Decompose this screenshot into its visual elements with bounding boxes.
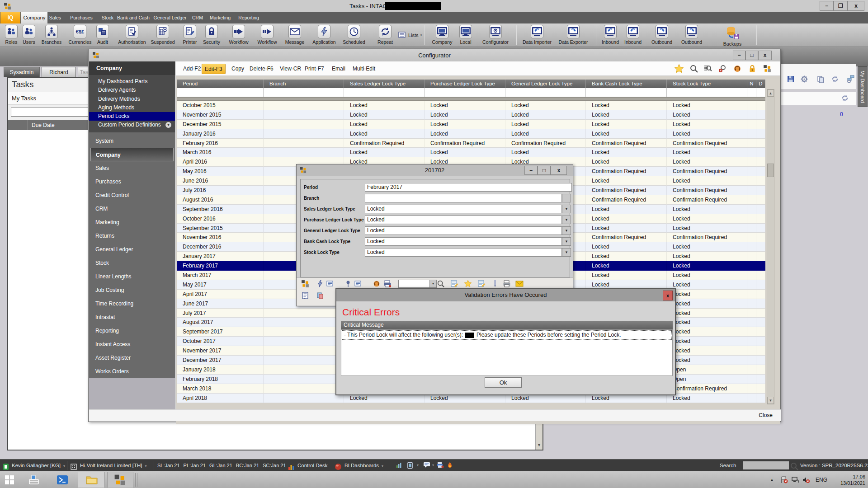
- dropdown-button[interactable]: ▾: [562, 226, 571, 235]
- ribbon-item-lists[interactable]: Lists▾: [398, 32, 422, 39]
- tab-iq[interactable]: iQ: [0, 12, 20, 23]
- sidebar-section-asset-register[interactable]: Asset Register: [89, 351, 175, 365]
- search-icon[interactable]: [437, 280, 445, 288]
- menu-add-f2[interactable]: Add-F2: [180, 64, 203, 74]
- tray-volume-icon[interactable]: [802, 476, 810, 483]
- taskbar-toolbox-icon[interactable]: [28, 474, 40, 485]
- column-header-general-ledger-lock-type[interactable]: General Ledger Lock Type: [505, 80, 586, 88]
- headset-icon[interactable]: [373, 280, 381, 288]
- dialog-maximize-button[interactable]: □: [538, 166, 551, 175]
- menu-copy[interactable]: Copy: [229, 64, 247, 74]
- tray-language[interactable]: ENG: [816, 477, 827, 483]
- field-input-bank-cash-lock-type[interactable]: Locked: [365, 237, 562, 246]
- sidebar-item-period-locks[interactable]: Period Locks: [89, 112, 175, 121]
- field-input-period[interactable]: February 2017: [365, 183, 572, 192]
- headset-icon[interactable]: [732, 64, 742, 73]
- configurator-minimize-button[interactable]: −: [733, 51, 745, 60]
- sidebar-section-stock[interactable]: Stock: [89, 256, 175, 270]
- company-menu[interactable]: Hi-Volt Ireland Limited [TH]▾: [70, 460, 146, 471]
- sidebar-section-linear-lengths[interactable]: Linear Lengths: [89, 270, 175, 283]
- close-button[interactable]: Close: [759, 412, 773, 418]
- search-icon[interactable]: [689, 64, 699, 73]
- printer-icon[interactable]: [503, 280, 511, 288]
- tab-reporting[interactable]: Reporting: [236, 12, 262, 23]
- refresh-icon[interactable]: [841, 94, 849, 102]
- configurator-close-button[interactable]: x: [758, 51, 772, 60]
- table-row[interactable]: December 2015LockedLockedLockedLockedLoc…: [177, 120, 765, 129]
- filter-cell[interactable]: [505, 88, 586, 97]
- column-header-sales-ledger-lock-type[interactable]: Sales Ledger Lock Type: [344, 80, 425, 88]
- scroll-down-icon[interactable]: ▼: [536, 442, 542, 449]
- user-menu[interactable]: Kevin Gallagher [KG]▾: [3, 460, 65, 471]
- pin-icon[interactable]: [344, 280, 352, 288]
- tab-company[interactable]: Company: [21, 12, 47, 23]
- control-desk-button[interactable]: Control Desk: [288, 460, 327, 471]
- field-input-sales-ledger-lock-type[interactable]: Locked: [365, 205, 562, 213]
- tab-crm[interactable]: CRM: [189, 12, 206, 23]
- sidebar-section-general-ledger[interactable]: General Ledger: [89, 243, 175, 256]
- tab-sysadmin[interactable]: Sysadmin: [4, 67, 40, 77]
- listdrop-icon[interactable]: [354, 280, 362, 288]
- listdrop-icon[interactable]: [326, 280, 334, 288]
- toolbar-gear-icon[interactable]: [800, 75, 808, 83]
- sidebar-section-returns[interactable]: Returns: [89, 229, 175, 243]
- tab-bank-and-cash[interactable]: Bank and Cash: [116, 12, 151, 23]
- column-header-n[interactable]: N: [747, 80, 756, 88]
- sidebar-section-marketing[interactable]: Marketing: [89, 216, 175, 229]
- envelopeY-icon[interactable]: [515, 280, 524, 288]
- tab-general-ledger[interactable]: General Ledger: [152, 12, 188, 23]
- print-status-icon[interactable]: [437, 460, 444, 471]
- menu-view-cr[interactable]: View-CR: [277, 64, 304, 74]
- table-row[interactable]: February 2016Confirmation RequiredConfir…: [177, 139, 765, 148]
- sidebar-item-aging-methods[interactable]: Aging Methods: [89, 103, 175, 112]
- chat-icon[interactable]: [423, 460, 430, 471]
- table-row[interactable]: January 2016LockedLockedLockedLockedLock…: [177, 129, 765, 139]
- filter-cell[interactable]: [264, 88, 344, 97]
- sidebar-section-job-costing[interactable]: Job Costing: [89, 283, 175, 297]
- toolbar-disk-icon[interactable]: [787, 75, 795, 83]
- menu-delete-f6[interactable]: Delete-F6: [247, 64, 276, 74]
- filter-cell[interactable]: [177, 88, 264, 97]
- filter-cell[interactable]: [667, 88, 747, 97]
- ribbon-item-data-importer[interactable]: Data Importer: [517, 25, 557, 45]
- alert-icon[interactable]: [447, 460, 453, 471]
- tray-network-icon[interactable]: [791, 476, 799, 483]
- tray-clock[interactable]: 17:0613/01/2021: [840, 474, 865, 486]
- filter-cell[interactable]: [425, 88, 505, 97]
- bi-dashboards-button[interactable]: BI Dashboards▾: [335, 460, 383, 471]
- ok-button[interactable]: Ok: [485, 377, 522, 388]
- tab-marketing[interactable]: Marketing: [207, 12, 234, 23]
- editdoc-icon[interactable]: [450, 280, 458, 288]
- toolbar-flowgear-icon[interactable]: [846, 75, 855, 83]
- window-close-button[interactable]: x: [848, 1, 864, 11]
- searchx-icon[interactable]: [717, 64, 727, 73]
- sidebar-section-system[interactable]: System: [89, 134, 175, 148]
- field-input-general-ledger-lock-type[interactable]: Locked: [365, 226, 562, 235]
- star-icon[interactable]: [674, 64, 684, 73]
- ribbon-item-data-exporter[interactable]: Data Exporter: [553, 25, 594, 45]
- notes-icon[interactable]: [301, 291, 309, 300]
- sidebar-section-purchases[interactable]: Purchases: [89, 175, 175, 188]
- tasks-col-duedate[interactable]: Due Date: [28, 120, 55, 130]
- taskbar-intact-button[interactable]: [107, 472, 133, 488]
- taskbar-powershell-icon[interactable]: [57, 474, 68, 485]
- ribbon-item-outbound[interactable]: Outbound: [671, 25, 712, 45]
- sidebar-item-delivery-methods[interactable]: Delivery Methods: [89, 95, 175, 103]
- sidebar-section-sales[interactable]: Sales: [89, 161, 175, 175]
- sidebar-section-time-recording[interactable]: Time Recording: [89, 297, 175, 310]
- column-header-purchase-ledger-lock-type[interactable]: Purchase Ledger Lock Type: [425, 80, 505, 88]
- search-icon[interactable]: [790, 460, 799, 471]
- column-header-d[interactable]: D: [756, 80, 765, 88]
- column-header-branch[interactable]: Branch: [264, 80, 344, 88]
- toolbar-copy-icon[interactable]: [816, 75, 825, 83]
- dropdown-button[interactable]: ▾: [562, 248, 571, 257]
- toolbar-combobox[interactable]: ▾: [398, 280, 437, 288]
- printerblue-icon[interactable]: [383, 280, 392, 288]
- tab-richard[interactable]: Richard: [42, 67, 76, 77]
- column-header-period[interactable]: Period: [177, 80, 264, 88]
- chevron-down-icon[interactable]: ▼: [165, 122, 171, 128]
- field-input-branch[interactable]: [365, 194, 562, 202]
- error-message-row[interactable]: - This Period Lock will affect the follo…: [342, 330, 672, 340]
- phone-status-icon[interactable]: [396, 460, 402, 471]
- tray-flag-icon[interactable]: [780, 476, 788, 484]
